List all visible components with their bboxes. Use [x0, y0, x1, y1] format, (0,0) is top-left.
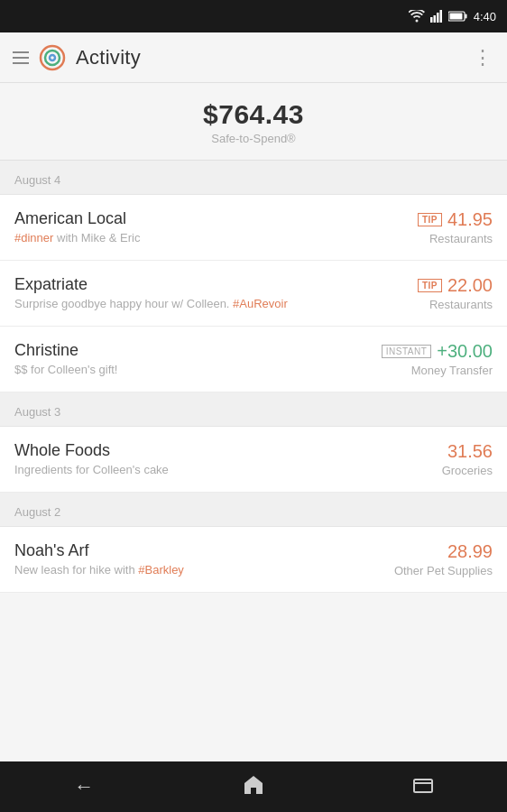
badge-row: INSTANT +30.00 — [382, 341, 493, 362]
instant-badge: INSTANT — [382, 345, 432, 358]
svg-point-8 — [45, 51, 60, 65]
transaction-name: Christine — [14, 341, 371, 360]
badge-row: 31.56 — [442, 441, 493, 462]
date-header-aug2: August 2 — [0, 493, 507, 527]
recent-apps-icon — [413, 777, 433, 793]
transaction-category: Other Pet Supplies — [394, 564, 493, 577]
transaction-right: 31.56 Groceries — [442, 441, 493, 477]
transaction-note: $$ for Colleen's gift! — [14, 363, 371, 376]
transaction-item[interactable]: American Local #dinner with Mike & Eric … — [0, 195, 507, 261]
transaction-amount: 31.56 — [447, 441, 493, 462]
home-icon — [243, 774, 264, 794]
spacer — [0, 593, 507, 647]
transaction-left: American Local #dinner with Mike & Eric — [14, 209, 407, 245]
svg-point-9 — [50, 55, 55, 60]
wifi-icon — [409, 10, 425, 23]
battery-icon — [448, 11, 468, 22]
transaction-left: Whole Foods Ingredients for Colleen's ca… — [14, 441, 431, 476]
transaction-note: #dinner with Mike & Eric — [14, 231, 407, 245]
transaction-note: Ingredients for Colleen's cake — [14, 463, 431, 476]
transaction-amount: +30.00 — [437, 341, 493, 362]
content-area: August 4 American Local #dinner with Mik… — [0, 161, 507, 761]
transaction-item[interactable]: Christine $$ for Colleen's gift! INSTANT… — [0, 327, 507, 392]
back-button[interactable]: ← — [56, 768, 112, 806]
status-bar-icons: 4:40 — [409, 10, 496, 23]
svg-rect-6 — [449, 14, 462, 20]
svg-rect-5 — [465, 14, 466, 19]
transaction-item[interactable]: Noah's Arf New leash for hike with #Bark… — [0, 527, 507, 593]
balance-section: $764.43 Safe-to-Spend® — [0, 83, 507, 161]
time-display: 4:40 — [474, 10, 496, 23]
signal-icon — [430, 10, 443, 23]
transaction-left: Christine $$ for Colleen's gift! — [14, 341, 371, 376]
svg-rect-2 — [437, 13, 439, 23]
badge-row: TIP 41.95 — [418, 209, 493, 230]
more-menu-button[interactable]: ⋮ — [473, 48, 494, 68]
menu-button[interactable] — [13, 51, 29, 64]
transaction-amount: 22.00 — [447, 275, 493, 296]
svg-rect-3 — [439, 10, 442, 23]
bottom-nav: ← — [0, 761, 507, 812]
transaction-name: American Local — [14, 209, 407, 228]
transaction-left: Expatriate Surprise goodbye happy hour w… — [14, 275, 407, 310]
transaction-item[interactable]: Whole Foods Ingredients for Colleen's ca… — [0, 427, 507, 493]
transaction-category: Groceries — [442, 464, 493, 477]
transaction-name: Expatriate — [14, 275, 407, 294]
svg-rect-10 — [414, 780, 432, 792]
transaction-category: Restaurants — [418, 298, 493, 311]
transaction-left: Noah's Arf New leash for hike with #Bark… — [14, 541, 383, 577]
transaction-right: 28.99 Other Pet Supplies — [394, 541, 493, 577]
transaction-note: Surprise goodbye happy hour w/ Colleen. … — [14, 297, 407, 310]
transaction-note: New leash for hike with #Barkley — [14, 563, 383, 577]
svg-rect-0 — [430, 17, 433, 23]
transaction-amount: 28.99 — [447, 541, 493, 562]
transaction-name: Noah's Arf — [14, 541, 383, 560]
transaction-right: INSTANT +30.00 Money Transfer — [382, 341, 493, 377]
transaction-right: TIP 22.00 Restaurants — [418, 275, 493, 311]
transaction-amount: 41.95 — [447, 209, 493, 230]
date-header-aug3: August 3 — [0, 392, 507, 427]
tip-badge: TIP — [418, 213, 442, 226]
home-button[interactable] — [225, 767, 282, 807]
transaction-name: Whole Foods — [14, 441, 431, 460]
transaction-right: TIP 41.95 Restaurants — [418, 209, 493, 245]
transaction-category: Money Transfer — [382, 364, 493, 377]
date-header-aug4: August 4 — [0, 161, 507, 195]
tip-badge: TIP — [418, 279, 442, 292]
balance-label: Safe-to-Spend® — [0, 132, 507, 145]
svg-rect-1 — [433, 15, 436, 23]
transaction-item[interactable]: Expatriate Surprise goodbye happy hour w… — [0, 261, 507, 327]
badge-row: 28.99 — [394, 541, 493, 562]
status-bar: 4:40 — [0, 0, 507, 32]
recent-apps-button[interactable] — [395, 768, 451, 806]
transaction-category: Restaurants — [418, 232, 493, 245]
balance-amount: $764.43 — [0, 99, 507, 130]
app-logo — [38, 43, 67, 72]
nav-left: Activity — [13, 43, 473, 72]
badge-row: TIP 22.00 — [418, 275, 493, 296]
page-title: Activity — [76, 46, 141, 69]
top-nav: Activity ⋮ — [0, 32, 507, 83]
